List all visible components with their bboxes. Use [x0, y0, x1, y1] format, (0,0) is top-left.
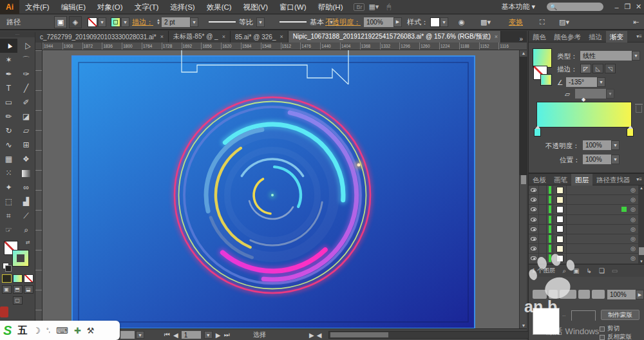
- symbol-sprayer-tool[interactable]: ⁙: [0, 166, 17, 180]
- align-icon[interactable]: ⛶: [540, 15, 545, 29]
- width-profile-value[interactable]: 等比: [239, 17, 253, 27]
- dock-collapse-icon[interactable]: ⇤: [633, 15, 639, 29]
- draw-normal-button[interactable]: ▣: [2, 285, 12, 294]
- bridge-button[interactable]: Br: [354, 3, 365, 11]
- layers-tab-色板[interactable]: 色板: [529, 174, 550, 185]
- direct-selection-tool[interactable]: ▷: [17, 39, 35, 53]
- visibility-eye-icon[interactable]: [529, 195, 539, 204]
- blend-tool[interactable]: ∞: [17, 180, 35, 194]
- target-icon[interactable]: ◎: [628, 255, 638, 261]
- tab-close-icon[interactable]: ×: [279, 33, 283, 40]
- target-icon[interactable]: ◎: [628, 216, 638, 223]
- scroll-up-icon[interactable]: ▲: [520, 51, 527, 55]
- stroke-across-icon[interactable]: ◹: [605, 64, 616, 73]
- restore-button[interactable]: ❐: [622, 3, 633, 11]
- search-input[interactable]: 🔍: [547, 3, 603, 11]
- layers-scroll-thumb[interactable]: [639, 247, 644, 255]
- stroke-weight-dropdown-icon[interactable]: ▼: [190, 17, 198, 27]
- target-icon[interactable]: ◎: [628, 236, 638, 242]
- layer-row[interactable]: ◎: [529, 205, 638, 214]
- fill-none-swatch[interactable]: [88, 17, 97, 27]
- layer-thumbnail[interactable]: [556, 206, 564, 213]
- pen-tool[interactable]: ✒: [0, 67, 17, 81]
- close-button[interactable]: ✕: [633, 3, 644, 11]
- new-layer-icon[interactable]: ❏: [599, 267, 605, 274]
- gradient-opacity-field[interactable]: 100%: [583, 140, 611, 150]
- draw-behind-button[interactable]: ⬒: [13, 285, 23, 294]
- gradient-tab-描边[interactable]: 描边: [585, 31, 606, 42]
- next-artboard-icon[interactable]: ▶: [216, 332, 221, 339]
- visibility-eye-icon[interactable]: [529, 205, 539, 214]
- paintbrush-tool[interactable]: ✐: [17, 95, 35, 109]
- curvature-tool[interactable]: ✑: [17, 67, 35, 81]
- perspective-grid-tool[interactable]: ⊞: [17, 138, 35, 152]
- visibility-eye-icon[interactable]: [529, 215, 539, 224]
- layer-row[interactable]: ◎: [529, 215, 638, 225]
- screen-mode-button[interactable]: ▢: [13, 296, 23, 305]
- rectangle-tool[interactable]: ▭: [0, 95, 17, 109]
- ime-fullwidth-moon-icon[interactable]: ☽: [33, 326, 41, 335]
- stroke-panel-link[interactable]: 描边：: [132, 17, 153, 27]
- opacity-field[interactable]: 100%: [364, 17, 393, 27]
- layer-row[interactable]: ◎: [529, 244, 638, 254]
- minimize-button[interactable]: –: [611, 3, 622, 11]
- layer-row[interactable]: ◎: [529, 185, 638, 195]
- layer-thumbnail[interactable]: [556, 216, 564, 223]
- rotate-tool[interactable]: ↻: [0, 124, 17, 138]
- transform-panel-link[interactable]: 变换: [509, 17, 523, 27]
- ime-skin-icon[interactable]: ✚: [74, 326, 81, 335]
- style-dropdown-icon[interactable]: ▼: [440, 17, 448, 27]
- anchor-smooth-icon[interactable]: ◈: [69, 16, 82, 28]
- tab-close-icon[interactable]: ×: [160, 33, 164, 40]
- mesh-tool[interactable]: ▦: [0, 152, 17, 166]
- transparency-opacity-dropdown-icon[interactable]: ▶: [636, 290, 644, 299]
- tab-close-icon[interactable]: ×: [495, 33, 498, 40]
- ime-punctuation-icon[interactable]: °,: [46, 327, 50, 334]
- gradient-angle-dropdown-icon[interactable]: ▼: [597, 77, 605, 87]
- target-icon[interactable]: ◎: [628, 206, 638, 212]
- hand-tool[interactable]: ☞: [0, 223, 17, 237]
- horizontal-ruler[interactable]: 1944190818721836180017641728169216561620…: [35, 42, 527, 50]
- draw-inside-button[interactable]: ⬓: [24, 285, 33, 294]
- shape-builder-tool[interactable]: ❖: [17, 152, 35, 166]
- layer-row[interactable]: ◎: [529, 254, 638, 263]
- color-mode-button[interactable]: [2, 274, 12, 283]
- layer-row[interactable]: ◎: [529, 225, 638, 234]
- brush-definition-value[interactable]: 基本: [310, 17, 324, 27]
- menu-选择(S)[interactable]: 选择(S): [164, 3, 200, 11]
- tab-close-icon[interactable]: ×: [222, 33, 225, 40]
- hscroll-right-icon[interactable]: ◀: [317, 332, 322, 339]
- make-mask-button[interactable]: 制作蒙版: [601, 310, 639, 320]
- gradient-preview-swatch[interactable]: [533, 48, 552, 68]
- gradient-stroke-swatch[interactable]: [541, 75, 551, 85]
- free-transform-tool[interactable]: ▱: [17, 124, 35, 138]
- swap-fill-stroke-icon[interactable]: ⇄: [26, 240, 30, 245]
- transparency-opacity-field[interactable]: 100%: [607, 290, 636, 299]
- gradient-aspect-dropdown-icon[interactable]: ▼: [606, 89, 614, 99]
- gradient-type-value[interactable]: 线性: [580, 51, 632, 61]
- gradient-aspect-field[interactable]: [575, 89, 606, 99]
- layer-thumbnail[interactable]: [556, 225, 564, 232]
- document-tab[interactable]: 未标题-85* @ _×: [169, 31, 231, 42]
- horizontal-scrollbar[interactable]: [328, 331, 551, 339]
- menu-对象(O)[interactable]: 对象(O): [91, 3, 129, 11]
- menu-文字(T)[interactable]: 文字(T): [129, 3, 165, 11]
- mask-thumbnail-slot[interactable]: [571, 310, 596, 321]
- document-tab[interactable]: 85.ai* @ 326_×: [231, 31, 289, 42]
- anchor-corner-icon[interactable]: ▣: [54, 16, 67, 28]
- stroke-proxy-swatch[interactable]: [12, 250, 29, 267]
- width-tool[interactable]: ∿: [0, 138, 17, 152]
- horizontal-scroll-thumb[interactable]: [330, 332, 388, 337]
- artboard-tool[interactable]: ⬚: [0, 194, 17, 209]
- layers-scrollbar[interactable]: ▲ ▼: [638, 185, 644, 264]
- recolor-artwork-icon[interactable]: ◉: [459, 15, 465, 29]
- visibility-eye-icon[interactable]: [529, 225, 539, 234]
- gradient-opacity-dropdown-icon[interactable]: ▼: [611, 140, 620, 150]
- line-segment-tool[interactable]: ╱: [17, 81, 35, 95]
- lock-cell[interactable]: [539, 215, 547, 224]
- gradient-position-dropdown-icon[interactable]: ▼: [611, 155, 620, 164]
- gradient-tab-颜色参考[interactable]: 颜色参考: [550, 31, 585, 42]
- ime-toolbar[interactable]: S 五 ☽ °, ⌨ ✚ ⚒: [0, 321, 120, 340]
- first-artboard-icon[interactable]: ⏮: [164, 331, 170, 339]
- artboard-dropdown-icon[interactable]: ▼: [204, 331, 213, 339]
